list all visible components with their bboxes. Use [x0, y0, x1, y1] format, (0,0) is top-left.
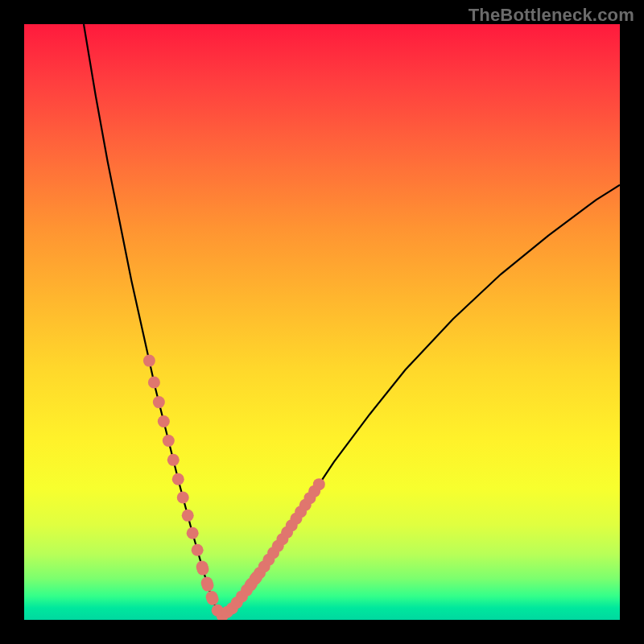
- watermark-text: TheBottleneck.com: [469, 5, 634, 26]
- curve-left-branch: [84, 24, 221, 617]
- marker-dot: [167, 454, 180, 466]
- marker-dot: [187, 527, 199, 539]
- threshold-markers: [143, 355, 325, 620]
- chart-frame: TheBottleneck.com: [0, 0, 644, 644]
- marker-dot: [158, 415, 170, 427]
- plot-area: [24, 24, 620, 620]
- marker-dot: [177, 491, 189, 503]
- marker-dot: [182, 510, 194, 522]
- marker-dot: [197, 564, 209, 576]
- marker-dot: [207, 593, 219, 605]
- marker-dot: [143, 355, 155, 367]
- bottleneck-curve: [84, 24, 620, 617]
- curve-right-branch: [221, 185, 620, 617]
- marker-dot: [148, 377, 160, 389]
- marker-dot: [192, 544, 204, 556]
- marker-dot: [202, 580, 214, 592]
- marker-dot: [250, 571, 262, 583]
- marker-dot: [153, 396, 165, 408]
- curve-layer: [24, 24, 620, 620]
- marker-dot: [163, 435, 175, 447]
- marker-dot: [313, 478, 325, 490]
- marker-dot: [172, 473, 184, 485]
